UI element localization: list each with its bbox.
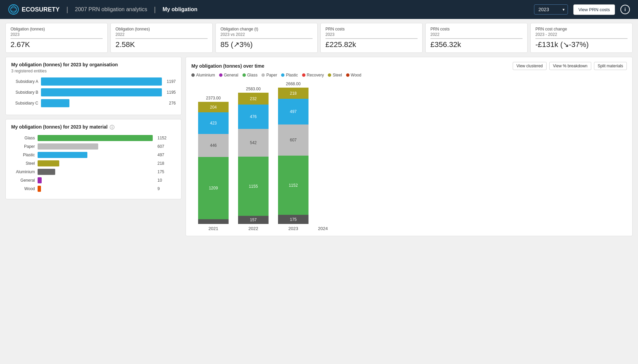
seg-2021-steel: 204	[198, 102, 229, 112]
org-bar-row-0: Subsidiary A 1197	[11, 77, 176, 86]
org-bars: Subsidiary A 1197 Subsidiary B 1195	[11, 77, 176, 107]
kpi-prn-cost-change: PRN cost change 2023 - 2022 -£131k (↘-37…	[530, 23, 633, 53]
time-chart-header: My obligation (tonnes) over time View cl…	[191, 62, 627, 70]
kpi-value-5: -£131k (↘-37%)	[535, 38, 628, 49]
org-bar-container-0	[41, 77, 162, 86]
org-chart-panel: My obligation (tonnes) for 2023 by organ…	[5, 57, 182, 115]
seg-2021-paper: 446	[198, 134, 229, 157]
mat-bar-cont-general	[38, 177, 153, 183]
year-select-wrapper[interactable]: 2021 2022 2023 2024 ▼	[534, 4, 568, 15]
mat-bar-fill-plastic	[38, 152, 87, 158]
header: ECOSURETY | 2007 PRN obligation analytic…	[0, 0, 638, 19]
bar-group-2023: 2668.00 175 1152 607 497 218 2023	[278, 82, 309, 231]
split-materials-button[interactable]: Split materials	[594, 62, 627, 70]
bar-year-2023: 2023	[289, 226, 298, 231]
kpi-label-0: Obligation (tonnes)	[10, 27, 103, 31]
header-app-title: 2007 PRN obligation analytics	[75, 6, 147, 13]
seg-2022-recovery: 157	[238, 216, 269, 224]
kpi-year-3: 2023	[325, 32, 418, 37]
material-info-icon[interactable]: ⓘ	[110, 124, 114, 131]
kpi-prn-costs-2023: PRN costs 2023 £225.82k	[320, 23, 423, 53]
seg-2021-plastic: 423	[198, 112, 229, 134]
bar-total-2022: 2583.00	[246, 87, 260, 91]
view-prn-costs-button[interactable]: View PRN costs	[573, 4, 615, 15]
kpi-year-4: 2022	[430, 32, 523, 37]
org-bar-value-2: 276	[169, 101, 176, 106]
org-bar-value-1: 1195	[167, 90, 176, 95]
stacked-chart-area: 2373.00 1209 446 423 204 2021	[191, 82, 627, 231]
mat-value-general: 10	[157, 178, 162, 183]
kpi-value-2: 85 (↗3%)	[220, 38, 313, 49]
view-breakdown-button[interactable]: View % breakdown	[549, 62, 591, 70]
legend-aluminium: Aluminium	[191, 73, 215, 77]
mat-label-glass: Glass	[11, 136, 35, 140]
left-column: My obligation (tonnes) for 2023 by organ…	[5, 57, 182, 236]
seg-2022-steel: 232	[238, 93, 269, 105]
org-bar-value-0: 1197	[167, 79, 176, 84]
mat-value-aluminium: 175	[157, 169, 164, 174]
material-chart-title-row: My obligation (tonnes) for 2023 by mater…	[11, 124, 176, 131]
bar-total-2021: 2373.00	[206, 96, 220, 100]
org-bar-container-2	[41, 99, 164, 107]
seg-2023-plastic: 497	[278, 99, 309, 124]
mat-bar-steel: Steel 218	[11, 160, 176, 166]
mat-bar-fill-aluminium	[38, 169, 55, 175]
seg-2022-paper: 542	[238, 129, 269, 157]
mat-bar-cont-glass	[38, 135, 153, 141]
mat-bar-wood: Wood 9	[11, 186, 176, 192]
mat-label-wood: Wood	[11, 186, 35, 191]
org-bar-2	[41, 99, 69, 107]
stacked-bar-2023: 175 1152 607 497 218	[278, 88, 309, 224]
aluminium-dot	[191, 73, 195, 77]
kpi-value-1: 2.58K	[115, 38, 208, 49]
legend-label-general: General	[224, 73, 238, 77]
legend-label-steel: Steel	[333, 73, 342, 77]
mat-bar-paper: Paper 607	[11, 143, 176, 150]
mat-bar-fill-paper	[38, 143, 98, 150]
mat-label-plastic: Plastic	[11, 153, 35, 157]
org-chart-title: My obligation (tonnes) for 2023 by organ…	[11, 62, 176, 67]
paper-dot	[261, 73, 265, 77]
steel-dot	[328, 73, 331, 77]
kpi-label-5: PRN cost change	[535, 27, 628, 31]
mat-bar-cont-plastic	[38, 152, 153, 158]
legend-label-aluminium: Aluminium	[196, 73, 215, 77]
logo-text: ECOSURETY	[22, 6, 60, 13]
mat-value-paper: 607	[157, 144, 164, 149]
mat-bar-fill-general	[38, 177, 42, 183]
seg-2023-recovery: 175	[278, 215, 309, 224]
bar-year-2024: 2024	[318, 226, 328, 231]
org-bar-row-1: Subsidiary B 1195	[11, 88, 176, 96]
kpi-label-4: PRN costs	[430, 27, 523, 31]
mat-bar-cont-wood	[38, 186, 153, 192]
mat-label-aluminium: Aluminium	[11, 169, 35, 174]
bar-year-2022: 2022	[249, 226, 258, 231]
info-icon[interactable]: i	[620, 5, 630, 14]
seg-2023-glass: 1152	[278, 156, 309, 215]
legend-label-wood: Wood	[351, 73, 361, 77]
view-clustered-button[interactable]: View clustered	[513, 62, 547, 70]
bar-year-2021: 2021	[209, 226, 218, 231]
kpi-label-3: PRN costs	[325, 27, 418, 31]
bar-total-2023: 2668.00	[286, 82, 300, 86]
year-select[interactable]: 2021 2022 2023 2024	[534, 4, 568, 15]
header-divider-2: |	[154, 6, 156, 14]
mat-value-plastic: 497	[157, 153, 164, 157]
kpi-year-5: 2023 - 2022	[535, 32, 628, 37]
stacked-bar-2021: 1209 446 423 204	[198, 102, 229, 224]
legend-wood: Wood	[346, 73, 361, 77]
org-bar-container-1	[41, 88, 162, 96]
kpi-year-2: 2023 vs 2022	[220, 32, 313, 37]
kpi-value-0: 2.67K	[10, 38, 103, 49]
logo: ECOSURETY	[8, 4, 60, 15]
kpi-row: Obligation (tonnes) 2023 2.67K Obligatio…	[5, 23, 633, 53]
ecosurety-logo-icon	[8, 4, 19, 15]
mat-bar-cont-steel	[38, 160, 153, 166]
seg-2023-paper: 607	[278, 124, 309, 156]
mat-bar-general: General 10	[11, 177, 176, 183]
material-chart-panel: My obligation (tonnes) for 2023 by mater…	[5, 119, 182, 199]
right-column: My obligation (tonnes) over time View cl…	[186, 57, 633, 236]
mat-bar-plastic: Plastic 497	[11, 152, 176, 158]
mat-label-general: General	[11, 178, 35, 183]
mat-bar-cont-aluminium	[38, 169, 153, 175]
